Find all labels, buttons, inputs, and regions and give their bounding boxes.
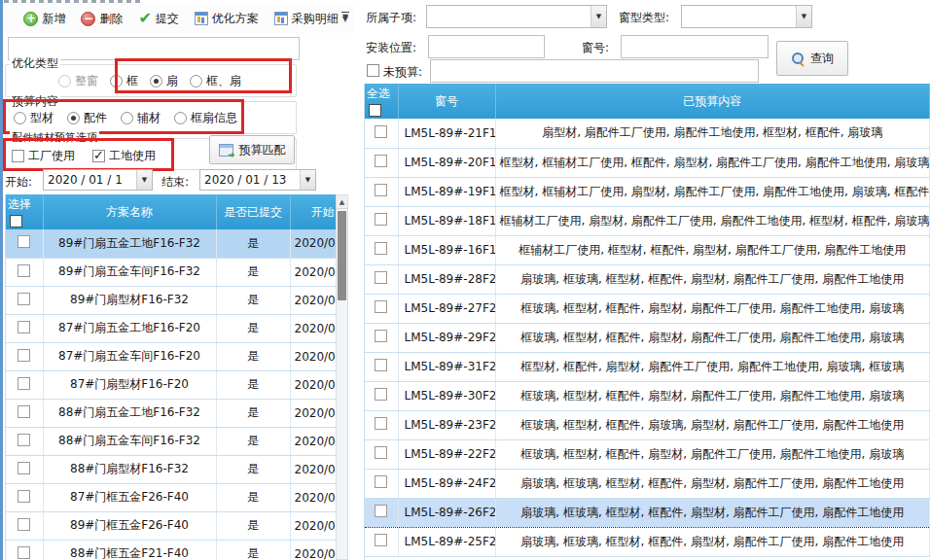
row-checkbox[interactable] bbox=[18, 490, 30, 503]
select-all-checkbox[interactable] bbox=[10, 215, 22, 228]
add-button[interactable]: + 新增 bbox=[18, 7, 71, 31]
row-checkbox[interactable] bbox=[18, 546, 30, 559]
plan-table-row[interactable]: 87#门扇五金车间F16-F20 是 2020/0 bbox=[6, 342, 336, 370]
plan-table-row[interactable]: 88#门扇型材F16-F32 是 2020/0 bbox=[6, 455, 336, 483]
sub-item-select[interactable]: ▼ bbox=[426, 5, 607, 28]
optimize-plan-button[interactable]: 优化方案 bbox=[189, 7, 265, 31]
row-checkbox[interactable] bbox=[18, 462, 30, 474]
select-all-checkbox[interactable] bbox=[369, 104, 381, 117]
chevron-down-icon[interactable]: ▼ bbox=[300, 170, 315, 190]
budget-content-radio[interactable]: 辅材 bbox=[121, 110, 161, 126]
plan-table-row[interactable]: 88#门扇五金车间F16-F32 是 2020/0 bbox=[6, 427, 336, 455]
plan-table-row[interactable]: 89#门扇型材F16-F32 是 2020/0 bbox=[6, 286, 336, 314]
plan-select-all-header[interactable]: 选择 bbox=[6, 194, 43, 229]
plan-table-scrollbar[interactable]: ▲ bbox=[336, 194, 348, 560]
row-checkbox[interactable] bbox=[375, 534, 387, 546]
row-checkbox[interactable] bbox=[375, 125, 387, 138]
plan-table-row[interactable]: 89#门框五金F26-F40 是 2020/0 bbox=[6, 511, 336, 540]
plan-table-row[interactable]: 88#门扇五金工地F16-F32 是 2020/0 bbox=[6, 399, 336, 427]
column-header-submitted[interactable]: 是否已提交 bbox=[216, 194, 290, 229]
column-header-window-no[interactable]: 窗号 bbox=[398, 84, 495, 119]
budget-match-button[interactable]: 预算匹配 bbox=[209, 135, 295, 164]
unbudgeted-input[interactable] bbox=[430, 59, 759, 83]
row-checkbox[interactable] bbox=[18, 405, 30, 418]
plan-table-row[interactable]: 88#门框五金F21-F40 是 2020/0 bbox=[6, 540, 336, 560]
row-checkbox[interactable] bbox=[18, 235, 30, 248]
row-checkbox[interactable] bbox=[375, 155, 387, 167]
row-checkbox[interactable] bbox=[375, 213, 387, 226]
row-checkbox[interactable] bbox=[18, 349, 30, 362]
optimize-type-radio[interactable]: 框、扇 bbox=[190, 73, 241, 89]
scrollbar-thumb[interactable] bbox=[338, 211, 346, 300]
window-type-select[interactable]: ▼ bbox=[681, 5, 812, 28]
chevron-down-icon[interactable]: ▼ bbox=[796, 6, 811, 27]
window-no-input[interactable] bbox=[621, 35, 769, 58]
window-table-row[interactable]: LM5L-89#-23F21 框玻璃, 框型材, 框配件, 扇玻璃, 扇型材, … bbox=[365, 410, 930, 439]
row-checkbox[interactable] bbox=[375, 184, 387, 196]
plan-table-row[interactable]: 89#门扇五金车间F16-F32 是 2020/0 bbox=[6, 258, 336, 286]
submit-button-label: 提交 bbox=[156, 11, 179, 27]
row-checkbox[interactable] bbox=[18, 293, 30, 305]
window-table-row[interactable]: LM5L-89#-22F20 框玻璃, 框型材, 框配件, 扇型材, 扇配件工厂… bbox=[365, 439, 930, 469]
row-checkbox[interactable] bbox=[375, 330, 387, 342]
window-table-row[interactable]: LM5L-89#-21F19 扇型材, 扇配件工厂使用, 扇配件工地使用, 框型… bbox=[365, 119, 930, 148]
usage-checkbox[interactable]: 工厂使用 bbox=[12, 148, 75, 164]
row-checkbox[interactable] bbox=[18, 518, 30, 531]
radio-icon bbox=[67, 112, 80, 124]
optimize-type-radio[interactable]: 整窗 bbox=[58, 73, 98, 89]
window-table-row[interactable]: LM5L-89#-24F22 扇玻璃, 框玻璃, 框型材, 框配件, 扇型材, … bbox=[365, 469, 930, 498]
query-button[interactable]: 查询 bbox=[776, 41, 848, 76]
row-checkbox[interactable] bbox=[375, 271, 387, 284]
row-checkbox[interactable] bbox=[375, 388, 387, 401]
plan-table-row[interactable]: 87#门框五金F26-F40 是 2020/0 bbox=[6, 483, 336, 511]
optimize-type-radio[interactable]: 扇 bbox=[150, 73, 178, 89]
window-table-row[interactable]: LM5L-89#-19F17 框型材, 框辅材工厂使用, 扇型材, 扇配件工厂使… bbox=[365, 177, 930, 206]
window-table-row[interactable]: LM5L-89#-28F26 扇玻璃, 框玻璃, 框型材, 框配件, 扇型材, … bbox=[365, 264, 930, 294]
row-checkbox[interactable] bbox=[18, 321, 30, 333]
install-pos-input[interactable] bbox=[428, 35, 545, 58]
delete-button[interactable]: − 删除 bbox=[75, 7, 128, 31]
toolbar-overflow-button[interactable]: ▼ bbox=[339, 10, 352, 27]
row-checkbox[interactable] bbox=[375, 359, 387, 371]
row-checkbox[interactable] bbox=[18, 434, 30, 446]
column-header-start[interactable]: 开始 bbox=[290, 194, 336, 229]
window-table-row[interactable]: LM5L-89#-18F16 框辅材工厂使用, 扇型材, 扇配件工厂使用, 扇配… bbox=[365, 206, 930, 235]
unbudgeted-checkbox[interactable] bbox=[367, 64, 379, 77]
row-checkbox[interactable] bbox=[375, 300, 387, 313]
row-checkbox[interactable] bbox=[375, 475, 387, 488]
window-table-row[interactable]: LM5L-89#-27F25 框玻璃, 框型材, 框配件, 扇型材, 扇配件工厂… bbox=[365, 294, 930, 323]
date-start-picker[interactable]: 2020 / 01 / 1 ▼ bbox=[43, 169, 153, 191]
plan-table-row[interactable]: 87#门扇型材F16-F20 是 2020/0 bbox=[6, 370, 336, 399]
budgeted-content-cell: 框型材, 框辅材工厂使用, 扇型材, 扇配件工厂使用, 扇配件工地使用, 扇玻璃… bbox=[495, 177, 930, 206]
column-header-name[interactable]: 方案名称 bbox=[43, 194, 216, 229]
row-checkbox[interactable] bbox=[375, 505, 387, 517]
budget-content-radio[interactable]: 框扇信息 bbox=[174, 110, 237, 126]
budget-content-radio[interactable]: 型材 bbox=[14, 110, 54, 126]
window-table-row[interactable]: LM5L-89#-31F29 框型材, 框配件, 扇型材, 扇配件工厂使用, 扇… bbox=[365, 352, 930, 381]
usage-checkbox[interactable]: 工地使用 bbox=[92, 148, 156, 164]
scroll-up-icon[interactable]: ▲ bbox=[337, 195, 347, 209]
column-header-budgeted-content[interactable]: 已预算内容 bbox=[495, 84, 930, 119]
submit-button[interactable]: ✔ 提交 bbox=[132, 7, 184, 31]
date-end-picker[interactable]: 2020 / 01 / 13 ▼ bbox=[199, 169, 316, 191]
window-table-row[interactable]: LM5L-89#-25F23 扇玻璃, 框玻璃, 框型材, 框配件, 扇型材, … bbox=[365, 527, 930, 556]
row-checkbox[interactable] bbox=[375, 242, 387, 255]
row-checkbox[interactable] bbox=[375, 417, 387, 430]
row-checkbox[interactable] bbox=[18, 264, 30, 277]
plan-name-cell: 89#门框五金F26-F40 bbox=[43, 511, 216, 540]
plan-table-row[interactable]: 89#门扇五金工地F16-F32 是 2020/0 bbox=[6, 229, 336, 258]
budget-content-radio[interactable]: 配件 bbox=[67, 110, 107, 126]
window-table-row[interactable]: LM5L-89#-29F27 框玻璃, 框型材, 框配件, 扇型材, 扇配件工厂… bbox=[365, 323, 930, 352]
window-table-row[interactable]: LM5L-89#-26F24 扇玻璃, 框玻璃, 框型材, 框配件, 扇型材, … bbox=[365, 498, 930, 527]
window-table-row[interactable]: LM5L-89#-20F18 框型材, 框辅材工厂使用, 框配件, 扇型材, 扇… bbox=[365, 148, 930, 177]
row-checkbox[interactable] bbox=[18, 377, 30, 390]
chevron-down-icon[interactable]: ▼ bbox=[136, 170, 152, 190]
window-table-row[interactable]: LM5L-89#-30F28 框玻璃, 框型材, 框配件, 扇型材, 扇配件工厂… bbox=[365, 381, 930, 410]
optimize-type-radio[interactable]: 框 bbox=[110, 73, 138, 89]
plan-table-row[interactable]: 87#门扇五金工地F16-F20 是 2020/0 bbox=[6, 314, 336, 342]
submitted-cell: 是 bbox=[216, 455, 290, 483]
chevron-down-icon[interactable]: ▼ bbox=[590, 6, 606, 27]
window-table-row[interactable]: LM5L-89#-16F15 框辅材工厂使用, 框型材, 框配件, 扇型材, 扇… bbox=[365, 235, 930, 264]
window-select-all-header[interactable]: 全选 bbox=[365, 84, 398, 119]
row-checkbox[interactable] bbox=[375, 446, 387, 459]
